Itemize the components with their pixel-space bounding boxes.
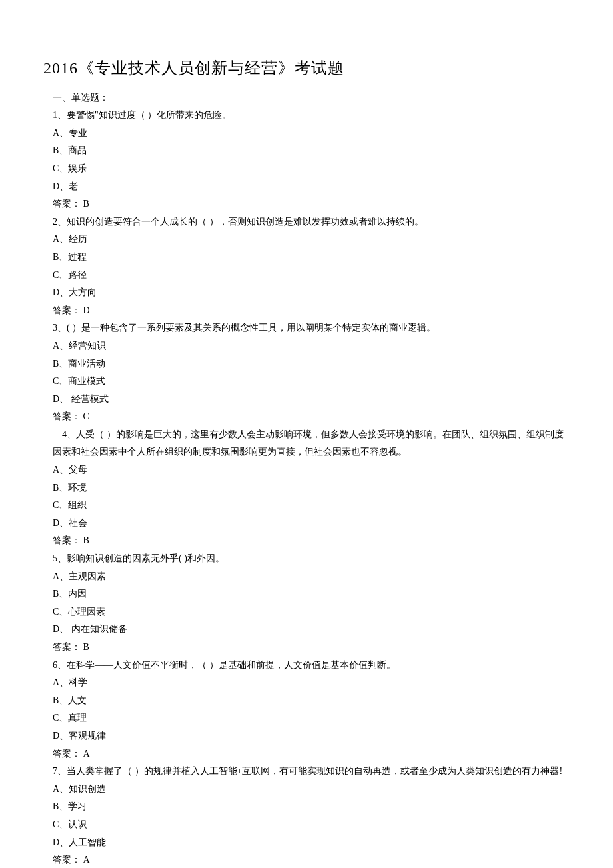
document-title: 2016《专业技术人员创新与经营》考试题 <box>43 53 570 84</box>
answer: 答案： B <box>43 195 570 213</box>
option-b: B、学习 <box>43 798 570 816</box>
option-c: C、娱乐 <box>43 160 570 178</box>
question-stem: 6、在科学——人文价值不平衡时，（ ）是基础和前提，人文价值是基本价值判断。 <box>43 657 570 675</box>
option-d: D、大方向 <box>43 284 570 302</box>
answer: 答案： A <box>43 851 570 868</box>
answer: 答案： D <box>43 302 570 320</box>
question-stem: 2、知识的创造要符合一个人成长的（ ），否则知识创造是难以发挥功效或者难以持续的… <box>43 213 570 231</box>
option-c: C、路径 <box>43 267 570 285</box>
question-stem: 4、人受（ ）的影响是巨大的，这里有少数人会主动影响环境，但多数人会接受环境的影… <box>43 426 570 461</box>
option-b: B、商业活动 <box>43 355 570 373</box>
option-d: D、 经营模式 <box>43 391 570 409</box>
question-1: 1、要警惕"知识过度（ ）化所带来的危险。 A、专业 B、商品 C、娱乐 D、老… <box>43 107 570 213</box>
option-d: D、 内在知识储备 <box>43 621 570 639</box>
option-a: A、父母 <box>43 461 570 479</box>
option-a: A、经营知识 <box>43 337 570 355</box>
question-2: 2、知识的创造要符合一个人成长的（ ），否则知识创造是难以发挥功效或者难以持续的… <box>43 213 570 320</box>
question-7: 7、当人类掌握了（ ）的规律并植入人工智能+互联网，有可能实现知识的自动再造，或… <box>43 763 570 868</box>
section-header: 一、单选题： <box>43 89 570 107</box>
option-c: C、组织 <box>43 497 570 515</box>
question-6: 6、在科学——人文价值不平衡时，（ ）是基础和前提，人文价值是基本价值判断。 A… <box>43 657 570 763</box>
question-4: 4、人受（ ）的影响是巨大的，这里有少数人会主动影响环境，但多数人会接受环境的影… <box>43 426 570 550</box>
option-b: B、人文 <box>43 692 570 710</box>
question-stem: 5、影响知识创造的因素无外乎( )和外因。 <box>43 550 570 568</box>
option-b: B、内因 <box>43 585 570 603</box>
option-c: C、商业模式 <box>43 373 570 391</box>
option-b: B、环境 <box>43 479 570 497</box>
answer: 答案： B <box>43 639 570 657</box>
option-c: C、心理因素 <box>43 603 570 621</box>
option-c: C、真理 <box>43 709 570 727</box>
question-stem: 3、( ）是一种包含了一系列要素及其关系的概念性工具，用以阐明某个特定实体的商业… <box>43 319 570 337</box>
option-d: D、客观规律 <box>43 727 570 745</box>
question-stem: 1、要警惕"知识过度（ ）化所带来的危险。 <box>43 107 570 125</box>
question-5: 5、影响知识创造的因素无外乎( )和外因。 A、主观因素 B、内因 C、心理因素… <box>43 550 570 657</box>
option-a: A、经历 <box>43 231 570 249</box>
option-d: D、社会 <box>43 515 570 533</box>
option-b: B、商品 <box>43 142 570 160</box>
option-a: A、知识创造 <box>43 781 570 799</box>
question-3: 3、( ）是一种包含了一系列要素及其关系的概念性工具，用以阐明某个特定实体的商业… <box>43 319 570 426</box>
answer: 答案： A <box>43 745 570 763</box>
option-c: C、认识 <box>43 816 570 834</box>
option-a: A、专业 <box>43 125 570 143</box>
option-b: B、过程 <box>43 249 570 267</box>
option-d: D、老 <box>43 178 570 196</box>
option-d: D、人工智能 <box>43 834 570 852</box>
answer: 答案： C <box>43 408 570 426</box>
answer: 答案： B <box>43 532 570 550</box>
option-a: A、主观因素 <box>43 568 570 586</box>
option-a: A、科学 <box>43 674 570 692</box>
question-stem: 7、当人类掌握了（ ）的规律并植入人工智能+互联网，有可能实现知识的自动再造，或… <box>43 763 570 781</box>
